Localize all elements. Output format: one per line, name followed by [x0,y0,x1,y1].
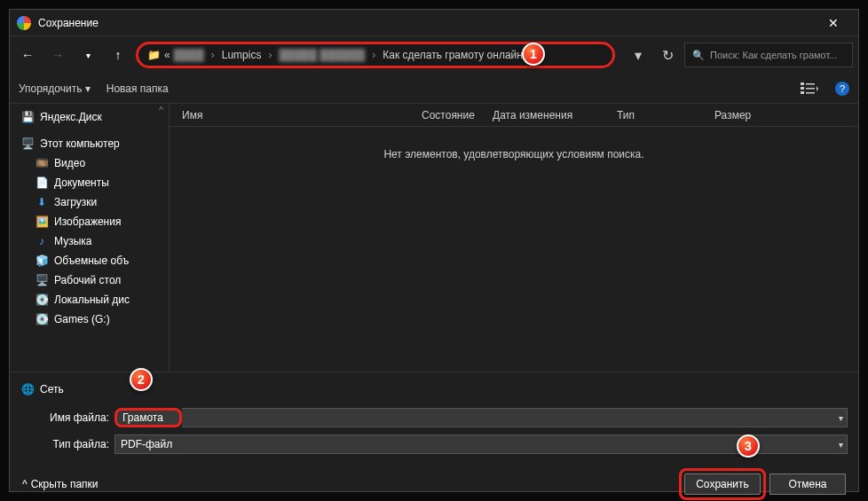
filename-row: Имя файла: Грамота ▾ [10,404,858,431]
refresh-button[interactable]: ↻ [656,47,679,64]
chevron-up-icon: ^ [22,478,28,490]
dialog-footer: ^ Скрыть папки Сохранить Отмена [10,465,858,500]
search-icon: 🔍 [692,50,705,61]
file-list-area: Имя Состояние Дата изменения Тип Размер … [170,104,858,372]
cube-icon: 🧊 [35,254,49,268]
toolbar: Упорядочить ▾ Новая папка ? [10,74,858,104]
window-title: Сохранение [38,17,99,29]
sidebar-3d-objects[interactable]: 🧊Объемные объ [10,251,169,270]
pc-icon: 🖥️ [20,137,35,151]
empty-folder-message: Нет элементов, удовлетворяющих условиям … [170,127,858,160]
sidebar-documents[interactable]: 📄Документы [10,173,169,192]
search-placeholder: Поиск: Как сделать грамот... [710,50,837,60]
hide-folders-toggle[interactable]: ^ Скрыть папки [22,478,99,490]
svg-rect-0 [801,82,804,85]
filename-label: Имя файла: [20,411,109,424]
breadcrumb-segment[interactable]: Как сделать грамоту онлайн [383,49,523,61]
dropdown-icon[interactable]: ▾ [839,440,843,450]
sidebar-desktop[interactable]: 🖥️Рабочий стол [10,270,169,290]
annotation-callout-3: 3 [737,434,760,458]
svg-rect-3 [806,83,815,85]
breadcrumb-blurred: ████ [174,49,204,61]
save-button[interactable]: Сохранить [684,474,761,495]
chevron-right-icon: › [211,49,215,61]
help-button[interactable]: ? [835,82,849,96]
organize-button[interactable]: Упорядочить ▾ [19,82,91,95]
sidebar-videos[interactable]: 🎞️Видео [10,153,169,173]
filename-input-extension[interactable]: ▾ [182,408,848,427]
sidebar-yandex-disk[interactable]: 💾Яндекс.Диск [10,107,169,127]
column-headers: Имя Состояние Дата изменения Тип Размер [170,104,858,127]
recent-dropdown[interactable]: ▾ [75,43,100,67]
sidebar-local-disk[interactable]: 💽Локальный дис [10,290,169,309]
folder-icon: 📁 [147,49,161,61]
dropdown-icon[interactable]: ▾ [839,413,843,423]
video-icon: 🎞️ [35,156,49,170]
filetype-row: Тип файла: PDF-файл ▾ [10,431,858,458]
app-icon [17,16,31,30]
chevron-right-icon: › [372,49,375,61]
navigation-bar: ← → ▾ ↑ 📁 « ████ › Lumpics › █████ █████… [10,36,858,74]
column-type[interactable]: Тип [610,109,707,121]
titlebar: Сохранение ✕ [10,10,858,36]
cancel-button[interactable]: Отмена [769,474,846,495]
sidebar-tree: ^ 💾Яндекс.Диск 🖥️Этот компьютер 🎞️Видео … [10,104,170,372]
sidebar-music[interactable]: ♪Музыка [10,231,169,251]
view-options-button[interactable] [800,81,819,97]
sidebar-this-pc[interactable]: 🖥️Этот компьютер [10,134,169,153]
back-button[interactable]: ← [15,43,40,67]
drive-icon: 💽 [35,312,49,326]
network-icon: 🌐 [20,382,35,396]
disk-icon: 💾 [20,110,35,124]
sidebar-downloads[interactable]: ⬇Загрузки [10,192,169,212]
svg-rect-5 [806,92,815,94]
drive-icon: 💽 [35,293,49,307]
column-size[interactable]: Размер [707,109,778,121]
download-icon: ⬇ [35,195,49,209]
music-icon: ♪ [35,234,49,248]
chevron-right-icon: › [268,49,272,61]
up-button[interactable]: ↑ [106,43,130,67]
save-dialog-window: Сохранение ✕ ← → ▾ ↑ 📁 « ████ › Lumpics … [9,9,859,492]
annotation-callout-2: 2 [130,368,153,391]
filetype-label: Тип файла: [20,438,109,450]
breadcrumb-prefix: « [164,49,170,61]
desktop-icon: 🖥️ [35,273,49,287]
column-name[interactable]: Имя [175,109,414,121]
forward-button[interactable]: → [45,43,70,67]
close-button[interactable]: ✕ [816,10,851,36]
svg-rect-1 [801,87,804,90]
breadcrumb-segment[interactable]: Lumpics [222,49,262,61]
document-icon: 📄 [35,176,49,190]
filename-input[interactable]: Грамота [114,408,182,427]
breadcrumb-blurred: █████ ██████ [279,49,365,61]
sidebar-pictures[interactable]: 🖼️Изображения [10,212,169,231]
image-icon: 🖼️ [35,215,49,229]
search-input[interactable]: 🔍 Поиск: Как сделать грамот... [684,43,853,67]
breadcrumb-history-dropdown[interactable]: ▾ [626,47,651,64]
column-date[interactable]: Дата изменения [485,109,610,121]
new-folder-button[interactable]: Новая папка [107,82,169,95]
column-state[interactable]: Состояние [414,109,485,121]
scroll-up-icon[interactable]: ^ [159,106,163,115]
svg-rect-4 [806,88,815,90]
annotation-callout-1: 1 [522,43,545,66]
sidebar-games-drive[interactable]: 💽Games (G:) [10,309,169,329]
svg-rect-2 [801,91,804,94]
